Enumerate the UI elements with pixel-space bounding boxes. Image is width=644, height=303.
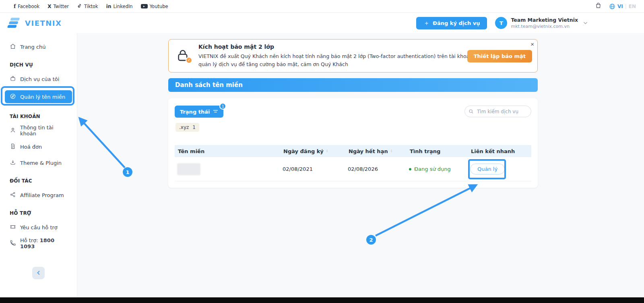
briefcase-icon [10, 75, 16, 83]
lang-divider: | [625, 4, 627, 9]
user-icon [10, 127, 16, 135]
table-header-row: Tên miền Ngày đăng ký Ngày hết hạn Tình … [175, 145, 531, 157]
social-link-linkedin[interactable]: in LinkedIn [106, 4, 133, 9]
setup-security-button[interactable]: Thiết lập bảo mật [467, 50, 532, 62]
sort-icon[interactable] [325, 148, 329, 154]
section-title-bar: Danh sách tên miền [168, 78, 538, 92]
tiktok-icon [77, 3, 82, 10]
sidebar-item-label: Quản lý tên miền [20, 94, 65, 100]
manage-button[interactable]: Quản lý [470, 164, 505, 174]
vietnix-logo[interactable]: VIETNIX [6, 17, 62, 29]
sidebar-item-trang-chu[interactable]: Trang chủ [0, 39, 77, 55]
sidebar-item-label: Yêu cầu hỗ trợ [20, 224, 58, 230]
service-search [464, 106, 531, 117]
social-link-twitter[interactable]: X Twitter [47, 4, 69, 9]
sidebar-item-label: Theme & Plugin [20, 160, 62, 166]
sidebar-section-doi-tac: ĐỐI TÁC [0, 176, 77, 185]
ticket-icon [10, 224, 16, 231]
tag-count: 1 [192, 125, 196, 130]
social-link-facebook[interactable]: f Facebook [14, 4, 39, 9]
close-icon[interactable]: × [530, 41, 534, 47]
col-ngay-dang-ky[interactable]: Ngày đăng ký [283, 148, 348, 154]
shield-check-icon: ✓ [186, 57, 192, 64]
register-service-label: Đăng ký dịch vụ [433, 20, 480, 26]
bottom-strip [0, 297, 644, 303]
sidebar-item-label: Trang chủ [20, 44, 46, 50]
sidebar-item-yeu-cau-ho-tro[interactable]: Yêu cầu hỗ trợ [0, 219, 77, 235]
facebook-icon: f [14, 4, 16, 9]
filter-tag-xyz[interactable]: .xyz 1 [175, 123, 199, 132]
sidebar-collapse-button[interactable] [32, 267, 45, 279]
plus-icon: ＋ [423, 19, 429, 27]
col-tinh-trang: Tình trạng [409, 148, 470, 154]
table-row: 02/08/2021 02/08/2026 Đang sử dụng Quản … [175, 157, 531, 181]
chevron-down-icon [583, 21, 588, 26]
sort-icon[interactable] [390, 148, 393, 154]
user-menu[interactable]: T Team Marketing Vietnix mkt.team@vietni… [495, 17, 588, 29]
filter-count-badge: 1 [219, 103, 226, 110]
banner-title: Kích hoạt bảo mật 2 lớp [198, 44, 480, 50]
share-icon [10, 191, 16, 199]
linkedin-icon: in [106, 4, 111, 9]
search-input[interactable] [464, 106, 531, 117]
col-lien-ket-nhanh: Liên kết nhanh [470, 148, 529, 154]
vietnix-logo-icon [6, 17, 22, 29]
globe-icon [10, 93, 16, 101]
language-switcher[interactable]: VI | EN [609, 3, 636, 10]
section-title: Danh sách tên miền [175, 81, 243, 89]
social-link-youtube[interactable]: Youtube [141, 4, 168, 9]
download-icon [10, 159, 16, 167]
sidebar-item-theme-plugin[interactable]: Theme & Plugin [0, 155, 77, 171]
avatar: T [495, 17, 507, 29]
domain-list-card: Trạng thái 1 .xyz 1 Tên miền Ngày đăng k… [168, 98, 538, 188]
brand-name: VIETNIX [25, 19, 62, 27]
col-ngay-het-han[interactable]: Ngày hết hạn [348, 148, 409, 154]
user-email: mkt.team@vietnix.com.vn [511, 24, 578, 29]
sidebar-item-affiliate-program[interactable]: Affiliate Program [0, 187, 77, 203]
sidebar-item-dich-vu-cua-toi[interactable]: Dịch vụ của tôi [0, 71, 77, 87]
user-name: Team Marketing Vietnix [511, 17, 578, 24]
status-dot-icon [409, 168, 411, 170]
social-label: Facebook [18, 4, 39, 9]
domain-table: Tên miền Ngày đăng ký Ngày hết hạn Tình … [175, 145, 531, 181]
lock-icon: ✓ [175, 48, 191, 64]
social-label: LinkedIn [113, 4, 132, 9]
banner-body: VIETNIX đề xuất Quý Khách nên kích hoạt … [198, 52, 480, 68]
registered-date: 02/08/2021 [283, 166, 348, 172]
social-link-tiktok[interactable]: Tiktok [77, 3, 98, 10]
lang-en[interactable]: EN [629, 4, 636, 9]
social-label: Tiktok [84, 4, 98, 9]
sidebar-item-quan-ly-ten-mien-active[interactable]: Quản lý tên miền [5, 90, 72, 103]
status-filter-label: Trạng thái [180, 109, 210, 115]
annotation-step-2: 2 [366, 235, 376, 245]
invoice-icon [10, 143, 16, 151]
social-label: Twitter [53, 4, 69, 9]
expiry-date: 02/08/2026 [348, 166, 409, 172]
twitter-icon: X [47, 4, 51, 9]
sidebar-item-hotline[interactable]: Hỗ trợ: 1800 1093 [0, 235, 77, 251]
sidebar-section-tai-khoan: TÀI KHOẢN [0, 112, 77, 121]
tag-label: .xyz [179, 125, 189, 130]
register-service-button[interactable]: ＋ Đăng ký dịch vụ [416, 17, 487, 29]
status-badge: Đang sử dụng [409, 166, 470, 172]
cart-bag-icon[interactable] [595, 2, 602, 10]
app-header: VIETNIX ＋ Đăng ký dịch vụ T Team Marketi… [0, 13, 644, 33]
annotation-step-1: 1 [123, 167, 132, 177]
sidebar-item-label: Dịch vụ của tôi [20, 76, 59, 82]
status-filter-button[interactable]: Trạng thái 1 [175, 106, 223, 118]
sidebar-item-label: Hoá đơn [20, 144, 42, 150]
col-ten-mien: Tên miền [177, 148, 283, 154]
sidebar-item-hoa-don[interactable]: Hoá đơn [0, 139, 77, 155]
sidebar-item-thong-tin-tai-khoan[interactable]: Thông tin tài khoản [0, 122, 77, 139]
sidebar-item-label: Affiliate Program [20, 192, 64, 198]
topbar: f Facebook X Twitter Tiktok in LinkedIn … [0, 0, 644, 13]
youtube-icon [141, 4, 148, 8]
chevron-left-icon [37, 270, 40, 276]
home-icon [10, 43, 16, 51]
sidebar: Trang chủ DỊCH VỤ Dịch vụ của tôi Quản l… [0, 33, 77, 297]
vietnix-portal-page: f Facebook X Twitter Tiktok in LinkedIn … [0, 0, 644, 303]
sidebar-item-label: Hỗ trợ: 1800 1093 [20, 237, 67, 249]
social-links: f Facebook X Twitter Tiktok in LinkedIn … [14, 3, 168, 10]
lang-vi[interactable]: VI [617, 4, 623, 9]
phone-icon [10, 240, 16, 247]
